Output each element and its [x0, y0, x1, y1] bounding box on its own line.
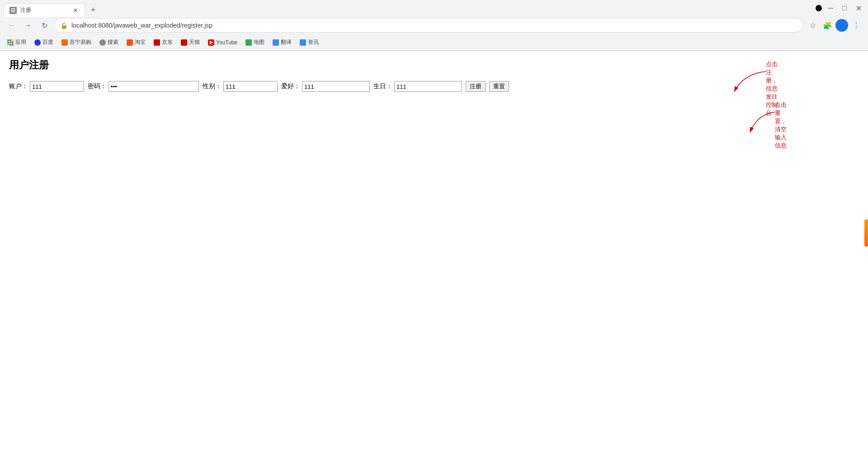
baidu-label: 百度 — [42, 38, 53, 46]
url-text: localhost:8080/javaweb_war_exploded/regi… — [71, 22, 797, 29]
apps-label: 应用 — [15, 38, 26, 46]
active-tab[interactable]: 🖼 注册 ✕ — [4, 3, 85, 17]
extensions-icon[interactable]: 🧩 — [821, 19, 834, 32]
bookmark-baidu[interactable]: 百度 — [31, 37, 57, 48]
bookmark-translate[interactable]: 翻译 — [269, 37, 295, 48]
new-tab-button[interactable]: + — [87, 4, 99, 16]
bookmark-apps[interactable]: 应用 — [4, 37, 30, 48]
map-label: 地图 — [254, 38, 264, 46]
translate-label: 翻译 — [281, 38, 292, 46]
submit-arrow — [730, 69, 775, 96]
taobao-icon — [127, 39, 133, 46]
map-icon — [245, 39, 252, 46]
hobby-label: 爱好： — [281, 82, 300, 90]
forward-button[interactable]: → — [22, 19, 34, 32]
account-field: 账户： — [9, 81, 84, 92]
hobby-field: 爱好： — [281, 81, 370, 92]
jd-icon — [154, 39, 160, 46]
bookmark-star-icon[interactable]: ☆ — [807, 19, 819, 32]
jd-label: 京东 — [162, 38, 173, 46]
back-button[interactable]: ← — [5, 19, 18, 32]
browser-chrome: 🖼 注册 ✕ + ─ □ ✕ ← → ↻ 🔒 localhost:8080/ja… — [0, 0, 868, 51]
search-icon — [99, 39, 106, 46]
youtube-label: YouTube — [216, 39, 237, 46]
bookmark-youtube[interactable]: YouTube — [204, 38, 241, 48]
hobby-input[interactable] — [302, 81, 370, 92]
password-input[interactable] — [108, 81, 199, 92]
baidu-icon — [34, 39, 41, 46]
tab-favicon: 🖼 — [9, 7, 17, 14]
password-label: 密码： — [88, 82, 107, 90]
tab-close-button[interactable]: ✕ — [72, 7, 79, 14]
gender-label: 性别： — [203, 82, 222, 90]
tianmao-icon — [181, 39, 187, 46]
window-controls: ─ □ ✕ — [816, 4, 864, 13]
address-actions: ☆ 🧩 👤 ⋮ — [807, 19, 863, 32]
bookmark-search[interactable]: 搜索 — [96, 37, 122, 48]
gender-field: 性别： — [203, 81, 278, 92]
bookmark-map[interactable]: 地图 — [242, 37, 268, 48]
bookmark-news[interactable]: 资讯 — [296, 37, 322, 48]
account-input[interactable] — [30, 81, 84, 92]
gender-input[interactable] — [223, 81, 278, 92]
title-bar: 🖼 注册 ✕ + ─ □ ✕ — [0, 0, 868, 16]
birthday-field: 生日： — [373, 81, 462, 92]
birthday-input[interactable] — [394, 81, 462, 92]
tianmao-label: 天猫 — [189, 38, 200, 46]
page-content: 用户注册 账户： 密码： 性别： 爱好： 生日： 注册 重置 点击注册，信息发往… — [0, 51, 868, 458]
address-bar: ← → ↻ 🔒 localhost:8080/javaweb_war_explo… — [0, 16, 868, 34]
reset-button[interactable]: 重置 — [489, 81, 509, 92]
profile-icon[interactable]: 👤 — [835, 19, 848, 32]
reset-arrow — [748, 110, 784, 137]
suning-icon — [61, 39, 68, 46]
search-label: 搜索 — [108, 38, 118, 46]
bookmark-jd[interactable]: 京东 — [150, 37, 176, 48]
reset-annotation: 点击重置，清空输入信息 — [775, 101, 787, 150]
bookmarks-bar: 应用 百度 苏宁易购 搜索 淘宝 京东 天猫 — [0, 34, 868, 51]
circle-indicator — [816, 5, 822, 11]
apps-icon — [7, 39, 14, 46]
menu-icon[interactable]: ⋮ — [850, 19, 863, 32]
tab-strip: 🖼 注册 ✕ + — [4, 0, 816, 16]
youtube-icon — [208, 39, 214, 46]
account-label: 账户： — [9, 82, 28, 90]
birthday-label: 生日： — [373, 82, 392, 90]
url-bar[interactable]: 🔒 localhost:8080/javaweb_war_exploded/re… — [54, 18, 803, 33]
bookmark-tianmao[interactable]: 天猫 — [177, 37, 203, 48]
lock-icon: 🔒 — [60, 22, 68, 29]
translate-icon — [273, 39, 279, 46]
scrollbar[interactable] — [864, 219, 868, 247]
close-window-button[interactable]: ✕ — [853, 4, 864, 13]
submit-button[interactable]: 注册 — [466, 81, 486, 92]
minimize-button[interactable]: ─ — [826, 4, 836, 12]
bookmark-suning[interactable]: 苏宁易购 — [58, 37, 95, 48]
news-icon — [300, 39, 306, 46]
taobao-label: 淘宝 — [135, 38, 146, 46]
suning-label: 苏宁易购 — [70, 38, 91, 46]
reload-button[interactable]: ↻ — [38, 19, 51, 32]
news-label: 资讯 — [308, 38, 319, 46]
bookmark-taobao[interactable]: 淘宝 — [123, 37, 149, 48]
tab-title: 注册 — [20, 6, 70, 14]
maximize-button[interactable]: □ — [840, 4, 849, 12]
password-field: 密码： — [88, 81, 199, 92]
